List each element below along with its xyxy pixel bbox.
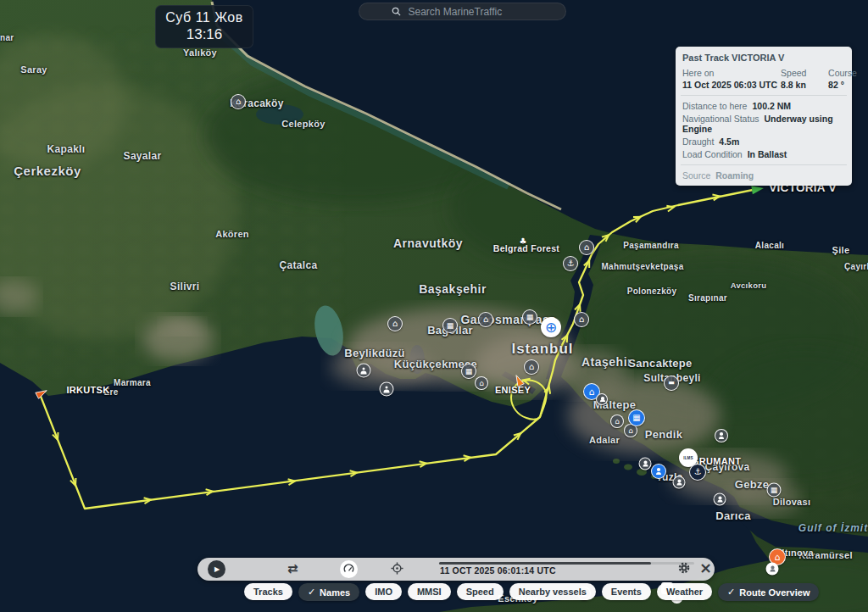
person-icon[interactable] xyxy=(673,476,686,489)
timeline-scrubber[interactable] xyxy=(439,562,694,565)
toggle-events[interactable]: Events xyxy=(602,583,651,600)
ferry-icon[interactable]: ⚓ xyxy=(563,256,578,271)
check-icon: ✓ xyxy=(308,587,315,598)
source-value: Roaming xyxy=(715,170,754,181)
follow-vessel-button[interactable] xyxy=(391,562,403,578)
toggle-nearby-vessels[interactable]: Nearby vessels xyxy=(509,583,596,600)
building-icon[interactable]: ⌂ xyxy=(579,240,594,255)
panel-title: Past Track VICTORIA V xyxy=(682,53,845,63)
bank-icon[interactable]: ⌂ xyxy=(475,376,488,390)
globe-icon[interactable]: ⊕ xyxy=(541,317,561,337)
playback-speed-button[interactable] xyxy=(340,560,358,578)
toggle-speed[interactable]: Speed xyxy=(457,583,504,600)
toggle-route-overview[interactable]: ✓Route Overview xyxy=(718,583,819,601)
here-on-label: Here on xyxy=(682,68,777,78)
load-condition-row: Load ConditionIn Ballast xyxy=(682,149,845,159)
past-track-panel: Past Track VICTORIA V Here on Speed Cour… xyxy=(676,47,852,186)
person-icon[interactable] xyxy=(715,429,728,442)
person-icon[interactable] xyxy=(651,464,666,479)
speed-label: Speed xyxy=(781,68,825,78)
search-input[interactable] xyxy=(407,5,534,19)
map-filter-toggles: Tracks ✓Names IMO MMSI Speed Nearby vess… xyxy=(244,583,819,601)
timeline-progress xyxy=(439,562,651,565)
divider xyxy=(681,164,847,165)
playback-timestamp: 11 OCT 2025 06:01:14 UTC xyxy=(440,565,556,576)
bank-icon[interactable]: ⌂ xyxy=(387,316,403,331)
shop-icon[interactable]: ▦ xyxy=(442,318,458,333)
shop-icon[interactable]: ▦ xyxy=(767,483,782,498)
temple-icon[interactable]: ⌂ xyxy=(574,312,589,327)
speed-value: 8.8 kn xyxy=(781,80,825,90)
shop-icon[interactable]: ▦ xyxy=(461,364,476,379)
distance-label: Distance to here xyxy=(682,101,747,111)
toggle-weather[interactable]: Weather xyxy=(657,583,712,600)
speedometer-icon xyxy=(342,563,355,576)
here-on-value: 11 Oct 2025 06:03 UTC xyxy=(682,80,777,90)
person-icon[interactable] xyxy=(714,493,726,506)
course-label: Course xyxy=(828,68,864,78)
clock-time: 13:16 xyxy=(186,26,223,43)
load-condition-value: In Ballast xyxy=(748,149,787,159)
playback-settings-button[interactable] xyxy=(677,561,691,578)
load-condition-label: Load Condition xyxy=(682,149,743,159)
clock-date: Суб 11 Жов xyxy=(165,10,242,25)
nav-status-row: Navigational StatusUnderway using Engine xyxy=(682,114,845,134)
play-button[interactable]: ▶ xyxy=(208,560,225,578)
draught-value: 4.5m xyxy=(719,136,739,147)
playback-bar: ▶ ⇄ 11 OCT 2025 06:01:14 UTC xyxy=(198,558,715,581)
target-icon xyxy=(391,562,403,575)
shop-icon[interactable]: ▦ xyxy=(628,409,645,426)
toggle-names[interactable]: ✓Names xyxy=(298,583,359,601)
search-icon xyxy=(392,7,401,16)
source-row: SourceRoaming xyxy=(682,170,845,181)
museum-icon[interactable]: ⌂ xyxy=(524,359,539,375)
draught-row: Draught4.5m xyxy=(682,136,845,147)
source-label: Source xyxy=(682,170,710,181)
marinetraffic-app: Saray Kapaklı Çerkezköy Sayalar Yalıköy … xyxy=(0,0,868,612)
check-icon: ✓ xyxy=(727,587,735,598)
courthouse-icon[interactable]: ⌂ xyxy=(610,414,624,428)
distance-row: Distance to here100.2 NM xyxy=(682,101,845,111)
building-icon[interactable]: ▦ xyxy=(522,309,537,325)
close-playback-icon[interactable]: × xyxy=(699,559,712,576)
course-value: 82 ° xyxy=(828,80,864,90)
nav-status-label: Navigational Status xyxy=(682,114,759,124)
ship-photo-icon[interactable]: ⚓ xyxy=(689,464,706,481)
map-clock-overlay: Суб 11 Жов 13:16 xyxy=(155,5,253,48)
person-icon[interactable] xyxy=(639,458,652,470)
person-icon[interactable] xyxy=(766,563,779,576)
truck-icon[interactable]: ▬ xyxy=(664,376,679,391)
draught-label: Draught xyxy=(682,136,714,147)
person-icon[interactable] xyxy=(357,364,371,378)
person-icon[interactable] xyxy=(380,382,394,397)
toggle-imo[interactable]: IMO xyxy=(365,583,402,600)
gear-icon xyxy=(677,561,691,575)
play-icon: ▶ xyxy=(214,565,220,573)
museum-icon[interactable]: ⌂ xyxy=(478,312,493,327)
person-icon[interactable] xyxy=(596,393,608,405)
museum-icon[interactable]: ⌂ xyxy=(231,94,246,109)
toggle-tracks[interactable]: Tracks xyxy=(244,583,292,600)
exchange-icon[interactable]: ⇄ xyxy=(287,561,298,576)
divider xyxy=(681,95,847,96)
distance-value: 100.2 NM xyxy=(752,101,791,111)
search-bar[interactable] xyxy=(359,3,566,20)
toggle-mmsi[interactable]: MMSI xyxy=(408,583,451,600)
